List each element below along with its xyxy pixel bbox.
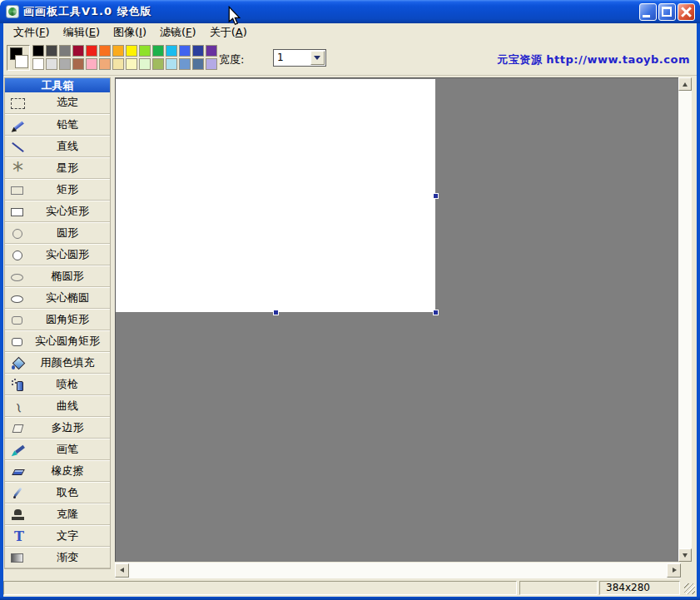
color-swatch[interactable] <box>112 45 124 57</box>
color-swatch[interactable] <box>86 45 97 57</box>
close-button[interactable] <box>678 3 695 21</box>
tool-label: 文字 <box>25 526 110 546</box>
menu-edit[interactable]: 编辑(E) <box>57 23 107 42</box>
width-dropdown[interactable]: 1 <box>273 49 326 67</box>
tool-fill-color[interactable]: 用颜色填充 <box>5 352 110 374</box>
color-swatch[interactable] <box>179 45 191 57</box>
selection-handle-right[interactable] <box>433 193 439 199</box>
menu-item-text: 关于( <box>210 26 236 38</box>
color-swatch[interactable] <box>72 45 84 57</box>
statusbar: 384x280 <box>3 580 697 597</box>
tool-filled-rectangle[interactable]: 实心矩形 <box>5 201 110 222</box>
selection-handle-corner[interactable] <box>433 310 439 315</box>
color-swatch[interactable] <box>86 58 97 70</box>
scrollbar-corner <box>681 563 697 578</box>
color-swatch[interactable] <box>139 58 151 70</box>
palette-row-top <box>32 44 218 57</box>
tool-filled-rounded-rectangle[interactable]: 实心圆角矩形 <box>5 330 110 352</box>
tool-line[interactable]: 直线 <box>5 136 110 157</box>
tool-label: 渐变 <box>25 548 110 568</box>
color-swatch[interactable] <box>99 58 111 70</box>
tool-star[interactable]: 星形 <box>5 157 110 179</box>
color-swatch[interactable] <box>152 45 164 57</box>
window-controls <box>639 3 695 21</box>
resize-grip[interactable] <box>684 583 695 594</box>
color-swatch[interactable] <box>72 58 84 70</box>
color-swatch[interactable] <box>46 58 57 70</box>
background-color-swatch[interactable] <box>15 55 28 68</box>
tool-eraser[interactable]: 橡皮擦 <box>5 460 110 482</box>
status-panel-main <box>3 581 517 595</box>
color-swatch[interactable] <box>206 58 217 70</box>
horizontal-scrollbar[interactable] <box>115 563 681 578</box>
tool-airbrush[interactable]: 喷枪 <box>5 374 110 395</box>
menu-file[interactable]: 文件(F) <box>7 23 57 42</box>
filled-rectangle-icon <box>11 205 26 220</box>
tool-text[interactable]: 文字 <box>5 525 110 547</box>
chevron-down-icon <box>314 56 320 60</box>
selection-handle-bottom[interactable] <box>273 310 279 315</box>
color-swatch[interactable] <box>112 58 124 70</box>
tool-label: 矩形 <box>25 180 110 200</box>
menu-item-mnemonic: E <box>89 26 96 38</box>
menu-item-mnemonic: A <box>236 26 243 38</box>
color-swatch[interactable] <box>192 58 204 70</box>
scroll-down-button[interactable] <box>678 548 692 562</box>
filled-ellipse-icon <box>11 291 26 306</box>
color-swatch[interactable] <box>179 58 191 70</box>
menu-items: 文件(F) 编辑(E) 图像(I) 滤镜(F) 关于(A) <box>3 23 697 42</box>
titlebar[interactable]: 画画板工具V1.0 绿色版 <box>0 0 700 23</box>
tool-filled-ellipse[interactable]: 实心椭圆 <box>5 287 110 309</box>
color-swatch[interactable] <box>59 58 71 70</box>
scroll-left-button[interactable] <box>115 563 129 578</box>
color-swatch[interactable] <box>126 45 137 57</box>
tool-gradient[interactable]: 渐变 <box>5 547 110 568</box>
tool-pencil[interactable]: 铅笔 <box>5 114 110 136</box>
color-picker-icon <box>11 486 26 501</box>
scroll-right-button[interactable] <box>667 563 681 578</box>
color-swatch[interactable] <box>59 45 71 57</box>
vertical-scrollbar[interactable] <box>678 77 692 562</box>
menu-image[interactable]: 图像(I) <box>107 23 153 42</box>
color-swatch[interactable] <box>32 58 44 70</box>
tool-ellipse[interactable]: 椭圆形 <box>5 265 110 287</box>
text-icon <box>11 529 26 544</box>
promo-link[interactable]: 元宝资源 http://www.taoyb.com <box>497 52 690 67</box>
filled-rounded-rectangle-icon <box>11 335 26 350</box>
tool-label: 多边形 <box>25 418 110 438</box>
menu-filter[interactable]: 滤镜(F) <box>153 23 203 42</box>
color-swatch[interactable] <box>99 45 111 57</box>
width-value: 1 <box>277 50 284 66</box>
menu-item-text: ) <box>243 26 247 38</box>
color-swatch[interactable] <box>32 45 44 57</box>
drawing-canvas[interactable] <box>116 79 435 312</box>
menu-item-mnemonic: F <box>186 26 191 38</box>
scroll-up-button[interactable] <box>678 77 692 91</box>
maximize-icon <box>662 7 672 17</box>
color-swatch[interactable] <box>139 45 151 57</box>
tool-polygon[interactable]: 多边形 <box>5 417 110 439</box>
color-swatch[interactable] <box>126 58 137 70</box>
color-indicator <box>7 45 30 71</box>
color-swatch[interactable] <box>152 58 164 70</box>
color-swatch[interactable] <box>46 45 57 57</box>
tool-curve[interactable]: 曲线 <box>5 395 110 417</box>
minimize-button[interactable] <box>639 3 657 21</box>
tool-color-picker[interactable]: 取色 <box>5 482 110 503</box>
tool-label: 圆角矩形 <box>25 310 110 330</box>
color-swatch[interactable] <box>206 45 217 57</box>
tool-rectangle[interactable]: 矩形 <box>5 179 110 201</box>
color-swatch[interactable] <box>166 58 177 70</box>
status-panel-secondary <box>519 581 598 595</box>
tool-rounded-rectangle[interactable]: 圆角矩形 <box>5 309 110 330</box>
color-swatch[interactable] <box>166 45 177 57</box>
tool-clone[interactable]: 克隆 <box>5 503 110 525</box>
tool-select[interactable]: 选定 <box>5 92 110 114</box>
dropdown-button[interactable] <box>310 51 325 65</box>
maximize-button[interactable] <box>658 3 676 21</box>
tool-brush[interactable]: 画笔 <box>5 439 110 460</box>
tool-label: 选定 <box>25 92 110 112</box>
tool-filled-circle[interactable]: 实心圆形 <box>5 244 110 265</box>
tool-circle[interactable]: 圆形 <box>5 222 110 244</box>
color-swatch[interactable] <box>192 45 204 57</box>
